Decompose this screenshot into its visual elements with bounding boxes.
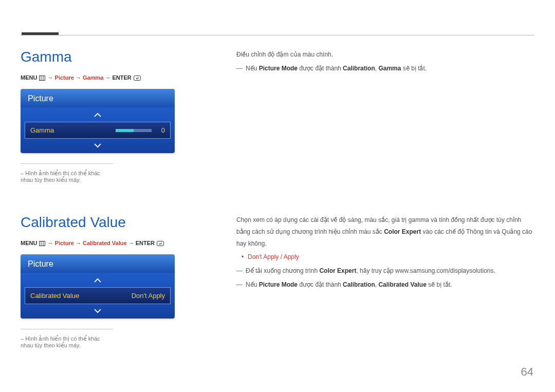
calibrated-options: Don't Apply / Apply xyxy=(236,251,534,263)
enter-icon xyxy=(134,76,141,82)
svg-rect-3 xyxy=(134,76,140,81)
calibrated-footnote: – Hình ảnh hiển thị có thể khác nhau tùy… xyxy=(21,329,113,349)
note-mid: được đặt thành xyxy=(298,65,343,72)
page-number: 64 xyxy=(521,365,533,379)
header-rule-bold xyxy=(22,32,59,35)
note2-calibrated-value: Calibrated Value xyxy=(378,281,426,288)
menu-path-picture: Picture xyxy=(55,74,74,81)
osd-body: Calibrated Value Don't Apply xyxy=(21,273,175,319)
calibrated-note2: Nếu Picture Mode được đặt thành Calibrat… xyxy=(236,279,534,291)
osd-body: Gamma 0 xyxy=(21,107,175,153)
osd-calibrated-row[interactable]: Calibrated Value Don't Apply xyxy=(25,287,171,304)
page-content: Gamma MENU → Picture → Gamma → ENTER Pic… xyxy=(21,31,534,349)
header-rule xyxy=(21,35,534,35)
menu-path-enter: ENTER xyxy=(112,74,131,81)
gamma-left-col: Gamma MENU → Picture → Gamma → ENTER Pic… xyxy=(21,49,226,183)
note-picture-mode: Picture Mode xyxy=(259,65,298,72)
enter-icon xyxy=(157,241,164,247)
chevron-up-icon[interactable] xyxy=(21,110,175,120)
menu-path-gamma: Gamma xyxy=(83,74,103,81)
desc-color-expert: Color Expert xyxy=(384,228,421,235)
note-prefix: Nếu xyxy=(246,65,259,72)
osd-header: Picture xyxy=(21,254,175,273)
menu-path-prefix: MENU xyxy=(21,74,39,81)
gamma-osd: Picture Gamma 0 xyxy=(21,89,175,153)
calibrated-menu-path: MENU → Picture → Calibrated Value → ENTE… xyxy=(21,240,226,247)
calibrated-description: Chọn xem có áp dụng các cài đặt về độ sá… xyxy=(226,214,534,293)
menu-path-picture: Picture xyxy=(55,240,74,246)
option-dont-apply: Don't Apply xyxy=(248,253,279,260)
note2-suffix: sẽ bị tắt. xyxy=(427,281,452,288)
svg-rect-0 xyxy=(40,76,45,81)
section-calibrated: Calibrated Value MENU → Picture → Calibr… xyxy=(21,214,534,349)
note2-mid: được đặt thành xyxy=(298,281,343,288)
calibrated-left-col: Calibrated Value MENU → Picture → Calibr… xyxy=(21,214,226,349)
gamma-slider[interactable] xyxy=(116,129,152,132)
gamma-menu-path: MENU → Picture → Gamma → ENTER xyxy=(21,74,226,82)
gamma-desc-line1: Điều chỉnh độ đậm của màu chính. xyxy=(236,49,534,61)
note2-calibration: Calibration xyxy=(343,281,375,288)
note-suffix: sẽ bị tắt. xyxy=(401,65,427,72)
note-calibration: Calibration xyxy=(343,65,375,72)
option-sep: / xyxy=(279,253,283,260)
gamma-footnote: – Hình ảnh hiển thị có thể khác nhau tùy… xyxy=(21,163,113,183)
note1-prefix: Để tải xuống chương trình xyxy=(246,267,319,274)
note2-picture-mode: Picture Mode xyxy=(259,281,298,288)
svg-rect-4 xyxy=(40,241,45,246)
osd-header: Picture xyxy=(21,89,175,107)
note1-suffix: , hãy truy cập www.samsung.com/displayso… xyxy=(356,267,495,274)
calibrated-desc-line1: Chọn xem có áp dụng các cài đặt về độ sá… xyxy=(236,214,534,249)
osd-gamma-row[interactable]: Gamma 0 xyxy=(25,122,171,139)
osd-row-label: Calibrated Value xyxy=(30,292,79,300)
chevron-down-icon[interactable] xyxy=(21,306,175,315)
note2-prefix: Nếu xyxy=(246,281,259,288)
note-gamma: Gamma xyxy=(378,65,401,72)
calibrated-title: Calibrated Value xyxy=(21,214,226,231)
menu-grid-icon xyxy=(39,76,45,82)
calibrated-osd: Picture Calibrated Value Don't Apply xyxy=(21,254,175,319)
chevron-down-icon[interactable] xyxy=(21,141,175,150)
option-apply: Apply xyxy=(284,253,299,260)
svg-rect-7 xyxy=(157,241,164,246)
menu-grid-icon xyxy=(39,241,45,247)
chevron-up-icon[interactable] xyxy=(21,276,175,285)
osd-row-value: Don't Apply xyxy=(132,292,165,300)
note1-color-expert: Color Expert xyxy=(319,267,356,274)
osd-row-label: Gamma xyxy=(30,126,54,134)
menu-path-calibrated: Calibrated Value xyxy=(83,240,127,246)
calibrated-note1: Để tải xuống chương trình Color Expert, … xyxy=(236,265,534,277)
osd-row-value: 0 xyxy=(158,126,165,134)
gamma-description: Điều chỉnh độ đậm của màu chính. Nếu Pic… xyxy=(226,49,534,77)
menu-path-prefix: MENU xyxy=(21,240,39,246)
section-gamma: Gamma MENU → Picture → Gamma → ENTER Pic… xyxy=(21,49,534,183)
gamma-title: Gamma xyxy=(21,49,226,65)
gamma-desc-note: Nếu Picture Mode được đặt thành Calibrat… xyxy=(236,63,534,74)
menu-path-enter: ENTER xyxy=(136,240,155,246)
